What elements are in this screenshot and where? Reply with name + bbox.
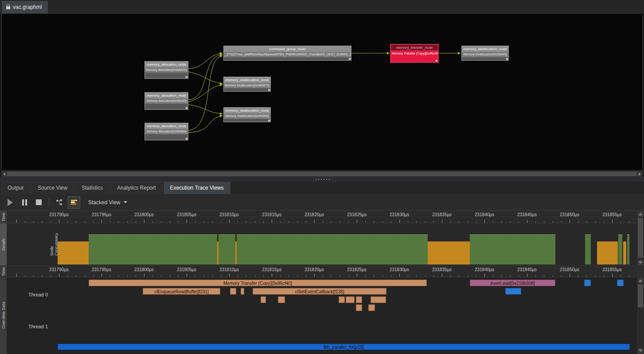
scroll-down-icon[interactable] [637, 348, 644, 354]
view-mode-dropdown[interactable]: Stacked View [85, 198, 131, 207]
ruler-tick [221, 275, 221, 277]
tab-source-view[interactable]: Source View [31, 182, 74, 194]
ruler-tick [416, 221, 417, 223]
ruler-tick [374, 221, 374, 223]
ruler-tick [519, 221, 519, 223]
ruler-tick [136, 221, 136, 223]
trace-bar[interactable] [356, 296, 362, 303]
graph-node-body: Memory Deallocation[0x9b5470] [224, 83, 270, 88]
play-button[interactable] [4, 197, 16, 208]
graph-edge [188, 116, 222, 132]
stacked-chart-button[interactable] [68, 196, 80, 209]
details-vscrollbar[interactable] [637, 211, 644, 266]
ruler-tick [289, 221, 289, 223]
gutter-overtime-data[interactable]: Over-time Data [0, 277, 7, 354]
graph-node-memory_allocation_node[interactable]: memory_allocation_nodeMemory Allocation[… [144, 123, 188, 140]
graph-node-memory_allocation_node[interactable]: memory_allocation_nodeMemory Allocation[… [144, 61, 188, 79]
ruler-label: 231820µs [301, 212, 328, 217]
gutter-details[interactable]: Details [0, 223, 7, 266]
tab-output[interactable]: Output [1, 182, 30, 194]
ruler-tick [382, 221, 383, 223]
ruler-tick [365, 275, 366, 277]
trace-bar[interactable] [584, 280, 591, 286]
trace-bar[interactable] [356, 304, 362, 311]
ruler-tick [93, 275, 94, 277]
trace-bar[interactable] [278, 296, 285, 303]
trace-bar[interactable] [617, 280, 624, 286]
graph-node-title: memory_deallocation_node [224, 108, 270, 113]
scroll-right-icon[interactable] [637, 171, 643, 177]
trace-bar[interactable] [241, 288, 244, 295]
ruler-tick [195, 275, 195, 277]
ruler-tick [59, 274, 59, 277]
trace-bar[interactable]: clEnqueueReadBuffer[f231] [143, 288, 220, 295]
gutter-time-bottom-label: Time [1, 267, 6, 276]
graph-node-memory_transfer_node[interactable]: memory_transfer_nodeMemory Transfer (Cop… [390, 44, 438, 62]
graph-node-command_group_node[interactable]: command_group_node_ZTSZZ7vec_addRN2cl4sy… [223, 46, 351, 61]
trace-bar[interactable] [505, 288, 521, 295]
panel-splitter[interactable] [0, 177, 644, 182]
ruler-tick [42, 221, 43, 223]
graph-node-body: Memory Allocation[0x9b5470] [145, 67, 188, 73]
time-ruler-bottom[interactable]: 231790µs231795µs231800µs231805µs231810µs… [7, 266, 637, 277]
ruler-tick [178, 275, 179, 277]
connector-port-icon [436, 60, 437, 62]
grouping-button[interactable] [54, 197, 65, 208]
stop-button[interactable] [33, 197, 44, 208]
ruler-tick [118, 275, 119, 277]
graph-edge [188, 105, 222, 114]
ruler-tick [519, 275, 519, 277]
overtime-vscroll-thumb[interactable] [638, 284, 643, 307]
overtime-canvas[interactable]: Thread 0Thread 1Memory Transfer (Copy)[0… [7, 277, 637, 354]
graph-node-memory_deallocation_node[interactable]: memory_deallocation_nodeMemory Deallocat… [223, 107, 271, 122]
scroll-left-icon[interactable] [1, 171, 7, 177]
trace-bar[interactable] [368, 304, 375, 311]
scroll-up-icon[interactable] [637, 278, 644, 284]
trace-bar[interactable] [230, 288, 236, 295]
tab-analytics-report[interactable]: Analytics Report [110, 182, 162, 194]
tab-execution-trace-views[interactable]: Execution Trace Views [164, 182, 230, 194]
pause-button[interactable] [19, 197, 30, 208]
graph-node-memory_allocation_node[interactable]: memory_allocation_nodeMemory Allocation[… [144, 92, 188, 110]
scroll-up-icon[interactable] [637, 211, 644, 217]
tab-statistics[interactable]: Statistics [75, 182, 109, 194]
concurrency-segment [219, 234, 235, 265]
graph-node-memory_deallocation_node[interactable]: memory_deallocation_nodeMemory Deallocat… [223, 77, 271, 92]
trace-bar[interactable] [346, 296, 355, 303]
details-vscroll-thumb[interactable] [638, 218, 643, 258]
connector-port-icon [349, 58, 351, 60]
details-concurrency-panel[interactable]: Node Concurrency [7, 223, 637, 266]
graph-node-footer [462, 57, 508, 60]
ruler-tick [450, 221, 451, 223]
trace-bar[interactable] [339, 296, 345, 303]
trace-bar[interactable]: tbb_parallel_for[p18] [58, 344, 630, 350]
ruler-tick [16, 220, 17, 223]
trace-bar[interactable]: Memory Transfer (Copy)[0x95cf40] [89, 280, 427, 286]
concurrency-chart[interactable] [7, 223, 637, 265]
ruler-tick [152, 221, 153, 223]
gutter-time-top[interactable]: Time [0, 211, 7, 223]
time-ruler-top[interactable]: 231790µs231795µs231800µs231805µs231810µs… [7, 211, 637, 223]
ruler-tick [101, 274, 102, 277]
ruler-tick [476, 221, 476, 223]
trace-bar[interactable] [261, 296, 266, 303]
graph-horizontal-scrollbar[interactable] [1, 171, 643, 177]
graph-node-memory_deallocation_node[interactable]: memory_deallocation_nodeMemory Deallocat… [461, 46, 509, 61]
thread-label: Thread 0 [28, 292, 48, 297]
scroll-down-icon[interactable] [637, 260, 644, 265]
overtime-vscrollbar[interactable] [637, 277, 644, 354]
ruler-tick [255, 221, 255, 223]
graph-node-title: memory_allocation_node [145, 123, 188, 129]
graph-node-footer [145, 104, 188, 109]
trace-bar[interactable] [371, 296, 386, 303]
connector-port-icon [186, 107, 187, 109]
hscroll-thumb[interactable] [7, 171, 637, 176]
graph-canvas[interactable]: memory_allocation_nodeMemory Allocation[… [1, 13, 643, 171]
ruler-tick [357, 274, 357, 277]
concurrency-segment [618, 234, 622, 265]
trace-bar[interactable]: event.wait[0x216b308] [470, 280, 555, 286]
gutter-time-bottom[interactable]: Time [0, 266, 7, 277]
tab-vac-graphml[interactable]: vac.graphml [2, 1, 48, 13]
trace-bar[interactable]: clSetEventCallback[f235] [253, 288, 386, 295]
ruler-tick [33, 275, 34, 277]
